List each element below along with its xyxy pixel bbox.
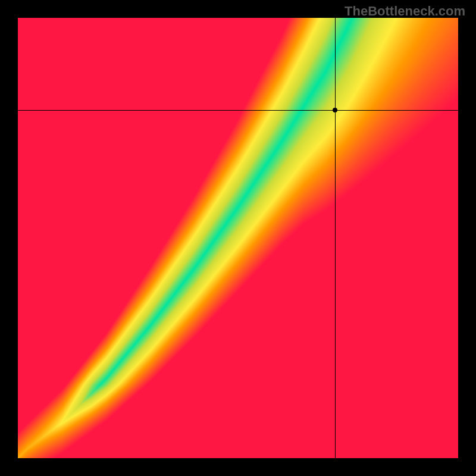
crosshair-vertical: [335, 18, 336, 458]
heatmap-plot: [18, 18, 458, 458]
heatmap-canvas: [18, 18, 458, 458]
selection-marker: [333, 108, 337, 112]
crosshair-horizontal: [18, 110, 458, 111]
watermark-text: TheBottleneck.com: [345, 4, 465, 19]
chart-container: TheBottleneck.com: [0, 0, 476, 476]
